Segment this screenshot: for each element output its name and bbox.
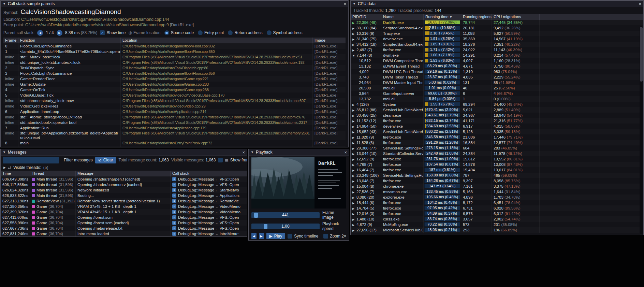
expand-icon[interactable]: ▶ xyxy=(352,26,356,31)
callstack-row[interactable]: inlinestd::unique_lock<std::mutex>::lock… xyxy=(3,60,346,65)
callstack-frame-icon[interactable]: ≡ xyxy=(172,204,176,209)
visible-threads-row[interactable]: ▶ ⇄ Visible threads: (5) xyxy=(1,164,247,171)
close-icon[interactable]: × xyxy=(639,2,641,6)
expand-icon[interactable]: ▶ xyxy=(352,201,356,205)
show-frame-checkbox[interactable]: ✓▦Show frame xyxy=(218,158,247,162)
callstack-row[interactable]: inlinestd::unique_ptr<Application,std::d… xyxy=(3,131,346,140)
expand-icon[interactable]: ▶ xyxy=(352,217,356,222)
cpu-row[interactable]: ▶8,080 (20)explorer.exe105.66 ms (0.46%)… xyxy=(351,195,643,200)
callstack-frame-icon[interactable]: ≡ xyxy=(172,210,176,214)
column-header-image[interactable]: Image xyxy=(313,38,346,43)
cpu-row[interactable]: ▶30,160 (84)ScriptedSandbox64.exe2.51 s … xyxy=(351,25,643,31)
expand-icon[interactable]: ▶ xyxy=(3,166,6,169)
callstack-row[interactable]: inlinestd::atomic<bool>::operator boolC:… xyxy=(3,120,346,125)
callstack-frame-icon[interactable]: ≡ xyxy=(172,199,176,203)
expand-icon[interactable]: ▶ xyxy=(352,179,356,184)
message-row[interactable]: 627,558,996nsGame(36,704)Opening /forest… xyxy=(1,220,247,226)
cpu-row[interactable]: ▶4,768 (7)firefox.exe187.54 ms (0.81%)14… xyxy=(351,162,643,167)
cpu-row[interactable]: 24,964DWM Master Input Thread5.03 ms (0.… xyxy=(351,80,643,85)
column-header-name[interactable]: Name xyxy=(381,14,424,20)
expand-icon[interactable]: ▶ xyxy=(352,190,356,195)
cpu-row[interactable]: 13,132uDWM Event Thread68.29 ms (0.30%)4… xyxy=(351,63,643,69)
expand-icon[interactable]: ▶ xyxy=(352,206,356,211)
callstack-row[interactable]: inlinestd::_Atomic_storage<bool,1>::load… xyxy=(3,114,346,120)
column-header-frame[interactable]: Frame xyxy=(3,38,18,43)
column-header-running-regions[interactable]: Running regions xyxy=(461,14,492,20)
sync-timeline-checkbox[interactable]: ✓Sync timeline xyxy=(288,234,318,239)
cpu-row[interactable]: ▶29,388 (77)ServiceHub.SettingsHost273.1… xyxy=(351,145,643,151)
cpu-row[interactable]: ▶12,016 (3)firefox.exe84.89 ms (0.37%)6,… xyxy=(351,211,643,216)
callstack-frame-icon[interactable]: ≡ xyxy=(172,183,176,187)
callstack-frame-icon[interactable]: ≡ xyxy=(172,188,176,192)
callstack-row[interactable]: 4Game::OnTickC:\Users\wolf\Desktop\darkr… xyxy=(3,87,346,92)
next-frame-button[interactable]: ▶ xyxy=(259,233,264,239)
cpu-row[interactable]: ▶27,696 (17)Microsoft.ServiceHub.Co48.06… xyxy=(351,227,643,233)
callstack-row[interactable]: inlineVideo::GetTicksHiResC:\Users\wolf\… xyxy=(3,103,346,109)
message-row[interactable]: 627,399,320nsGame(36,704)VRAM 43x45: 15 … xyxy=(1,209,247,215)
collapse-arrow[interactable]: ▼ xyxy=(353,2,356,5)
cpu-row[interactable]: ▶4 (126)System1.55 s (6.70%)69,29434,400… xyxy=(351,102,643,107)
cpu-scrollbar[interactable] xyxy=(640,26,643,234)
radio-source-code[interactable]: Source code xyxy=(164,30,194,35)
cpu-row[interactable]: ▶10,316 (9)Tracy.exe2.18 s (9.45%)11,058… xyxy=(351,31,643,36)
expand-icon[interactable]: ▶ xyxy=(352,152,356,156)
expand-icon[interactable]: ▶ xyxy=(352,162,356,167)
expand-icon[interactable]: ▶ xyxy=(352,228,356,233)
expand-icon[interactable]: ▶ xyxy=(352,31,356,36)
cpu-row[interactable]: ▶11,152 (12)firefox.exe632.15 ms (2.74%)… xyxy=(351,118,643,124)
expand-icon[interactable]: ▶ xyxy=(352,157,356,162)
expand-icon[interactable]: ▶ xyxy=(352,135,356,140)
cpu-row[interactable]: ▶11,828 (6)firefox.exe291.26 ms (1.26%)1… xyxy=(351,140,643,145)
playback-speed-slider[interactable]: 1.00 xyxy=(251,224,320,229)
cpu-row[interactable]: ▶18,444 (6)firefox.exe104.2 ms (0.45%)8,… xyxy=(351,200,643,205)
column-header-call-stack[interactable]: Call stack xyxy=(171,171,247,176)
expand-icon[interactable]: ▶ xyxy=(352,102,356,107)
expand-icon[interactable]: ▶ xyxy=(352,141,356,145)
expand-icon[interactable]: ▶ xyxy=(352,168,356,173)
clear-button[interactable]: ⊘Clear xyxy=(95,157,116,163)
message-row[interactable]: 627,831,246nsGame(36,704)Intro menu load… xyxy=(1,231,247,236)
message-row[interactable]: 627,667,736nsGame(36,704)Opening /meta/r… xyxy=(1,226,247,231)
cpu-row[interactable]: ▶34,412 (18)ScriptedSandbox64.exe1.85 s … xyxy=(351,42,643,47)
message-row[interactable]: 606,049,398nsMain thread(31,596)Opening … xyxy=(1,176,247,182)
cpu-row[interactable]: ▶15,652 (43)ServiceHub.DataWarehou580.22… xyxy=(351,129,643,134)
callstack-frame-icon[interactable]: ≡ xyxy=(172,177,176,181)
cpu-row[interactable]: ▶14,984 (50)devenv.exe584.69 ms (2.53%)6… xyxy=(351,124,643,129)
collapse-arrow[interactable]: ▼ xyxy=(3,2,6,5)
callstack-frame-icon[interactable]: ≡ xyxy=(172,232,176,236)
expand-icon[interactable]: ▶ xyxy=(352,195,356,200)
cpu-row[interactable]: ▶2,492 (7)firefox.exe1.71 s (7.42%)24,02… xyxy=(351,47,643,53)
callstack-row[interactable]: inlineGame::RenderFloorC:\Users\wolf\Des… xyxy=(3,76,346,82)
callstack-frame-icon[interactable]: ≡ xyxy=(172,215,176,219)
cpu-row[interactable]: ▶13,048 (7)firefox.exe154.28 ms (0.67%)9… xyxy=(351,178,643,184)
cpu-row[interactable]: ▶30,456 (25)steam.exe643.61 ms (2.79%)34… xyxy=(351,113,643,118)
collapse-arrow[interactable]: ▼ xyxy=(251,150,254,154)
next-parent-button[interactable]: ▶ xyxy=(57,30,62,36)
expand-icon[interactable]: ▶ xyxy=(352,173,356,178)
prev-parent-button[interactable]: ◀ xyxy=(37,30,43,36)
cpu-row[interactable]: ▼7,144 (8)dwm.exe1.66 s (7.18%)14,2918,2… xyxy=(351,53,643,58)
cpu-row[interactable]: ▶15,004 (8)chrome.exe147 ms (0.64%)7,161… xyxy=(351,184,643,189)
cpu-row[interactable]: ▶14,784 (5)firefox.exe97.95 ms (0.42%)6,… xyxy=(351,205,643,211)
callstack-row[interactable]: inlinestd::_Mutex_base::lockC:\Program F… xyxy=(3,54,346,60)
collapse-arrow[interactable]: ▼ xyxy=(3,150,6,154)
cpu-row[interactable]: ▶23,348 (106)ServiceHub.SettingsHost158.… xyxy=(351,173,643,178)
expand-icon[interactable]: ▶ xyxy=(352,42,356,47)
column-header-cpu-migrations[interactable]: CPU migrations xyxy=(492,14,540,20)
message-row[interactable]: 627,411,606nsGame(36,704)Opening /forest… xyxy=(1,215,247,220)
close-icon[interactable]: × xyxy=(344,150,347,155)
column-header-function[interactable]: Function xyxy=(18,38,121,43)
cpu-row[interactable]: ▶1,488 (10)csrss.exe83.74 ms (0.36%)3,65… xyxy=(351,216,643,222)
expand-icon[interactable]: ▶ xyxy=(352,108,356,113)
column-header-location[interactable]: Location xyxy=(121,38,313,43)
scrollbar-grab[interactable] xyxy=(640,27,643,82)
show-time-checkbox[interactable]: ✓Show time xyxy=(100,30,126,35)
message-row[interactable]: 606,117,568nsMain thread(31,596)Opening … xyxy=(1,182,247,187)
cpu-row[interactable]: ▶31,340 (75)devenv.exe1.91 s (8.26%)35,3… xyxy=(351,36,643,42)
expand-icon[interactable]: ▶ xyxy=(352,37,356,42)
frame-image-slider[interactable]: 441 xyxy=(251,212,320,218)
cpu-row[interactable]: ▶11,820 (9)firefox.exe346.58 ms (1.50%)2… xyxy=(351,134,643,140)
callstack-row[interactable]: inlineinvoke_maind:\agent\_work\63\s\src… xyxy=(3,146,346,147)
cpu-row[interactable]: ▶4,872 (9)MsMpEng.exe70.22 ms (0.30%)573… xyxy=(351,222,643,227)
cpu-row[interactable]: ▶16,464 (7)firefox.exe187 ms (0.81%)15,4… xyxy=(351,167,643,173)
